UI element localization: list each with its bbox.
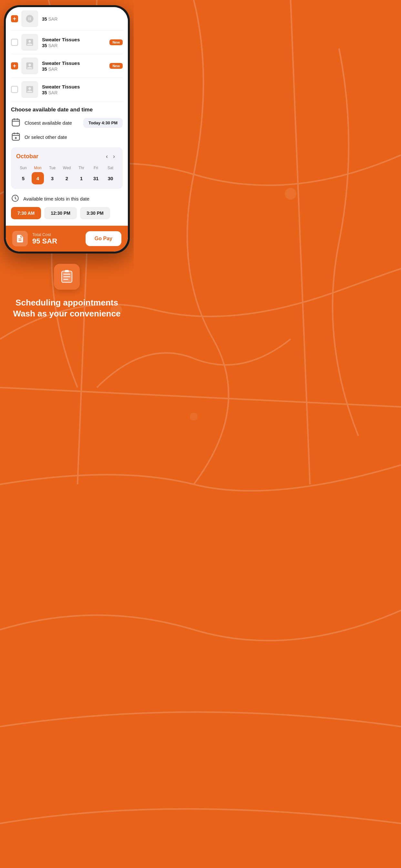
product-image-1 bbox=[21, 34, 38, 51]
product-checkbox-0[interactable]: + bbox=[11, 15, 18, 22]
calendar-day-0[interactable]: Sun 5 bbox=[16, 166, 30, 184]
calendar-day-1[interactable]: Mon 4 bbox=[31, 166, 45, 184]
time-slot-1[interactable]: 12:30 PM bbox=[44, 207, 77, 219]
svg-rect-10 bbox=[12, 133, 20, 140]
time-slots: 7:30 AM12:30 PM3:30 PM bbox=[11, 207, 123, 219]
section-title: Choose available date and time bbox=[11, 106, 123, 113]
badge-new-1: New bbox=[110, 39, 123, 45]
clock-icon bbox=[11, 194, 20, 203]
product-item-3: Sweater Tissues 35 SAR bbox=[11, 78, 123, 101]
datetime-section: Choose available date and time Closest a… bbox=[6, 101, 128, 226]
product-checkbox-3[interactable] bbox=[11, 86, 18, 93]
product-info-3: Sweater Tissues 35 SAR bbox=[42, 84, 123, 95]
calendar-days: Sun 5 Mon 4 Tue 3 Wed 2 Thr 1 Fri 31 Sat… bbox=[16, 166, 118, 184]
product-list: + 35 SAR Sweater Tissues bbox=[6, 7, 128, 101]
calendar-month: Octobar bbox=[16, 153, 103, 160]
product-image-0 bbox=[21, 10, 38, 27]
phone-screen: + 35 SAR Sweater Tissues bbox=[6, 7, 128, 252]
closest-date-row: Closest available date Today 4:30 PM bbox=[11, 118, 123, 128]
other-date-label: Or select other date bbox=[25, 134, 67, 140]
bottom-bar: Total Cost 95 SAR Go Pay bbox=[6, 226, 128, 252]
calendar-icon bbox=[11, 118, 21, 128]
badge-new-2: New bbox=[110, 63, 123, 69]
tagline-line1: Scheduling appointments bbox=[13, 298, 121, 308]
product-price-0: 35 SAR bbox=[42, 17, 123, 22]
timeslot-row-title: Available time slots in this date bbox=[11, 194, 123, 203]
go-pay-button[interactable]: Go Pay bbox=[86, 231, 121, 246]
product-checkbox-2[interactable]: + bbox=[11, 62, 18, 69]
time-slot-2[interactable]: 3:30 PM bbox=[80, 207, 110, 219]
product-image-3 bbox=[21, 81, 38, 98]
app-icon-large bbox=[54, 264, 80, 290]
product-price-3: 35 SAR bbox=[42, 90, 123, 95]
product-name-3: Sweater Tissues bbox=[42, 84, 123, 89]
other-date-row[interactable]: Or select other date bbox=[11, 132, 123, 142]
product-item-1: Sweater Tissues 35 SAR New bbox=[11, 31, 123, 54]
timeslot-label: Available time slots in this date bbox=[23, 196, 89, 202]
calendar-day-2[interactable]: Tue 3 bbox=[45, 166, 59, 184]
closest-date-label: Closest available date bbox=[25, 120, 83, 126]
tagline-line2: Wash as your convenience bbox=[13, 308, 121, 319]
closest-date-value[interactable]: Today 4:30 PM bbox=[83, 118, 123, 128]
receipt-icon bbox=[12, 231, 28, 246]
time-slot-0[interactable]: 7:30 AM bbox=[11, 207, 41, 219]
total-label: Total Cost bbox=[32, 232, 86, 237]
phone-device: + 35 SAR Sweater Tissues bbox=[4, 5, 130, 253]
product-info-0: 35 SAR bbox=[42, 16, 123, 22]
calendar-day-5[interactable]: Fri 31 bbox=[89, 166, 103, 184]
calendar-day-6[interactable]: Sat 30 bbox=[103, 166, 118, 184]
tagline: Scheduling appointments Wash as your con… bbox=[13, 298, 121, 319]
calendar-prev-button[interactable]: ‹ bbox=[103, 152, 111, 161]
product-item-0: + 35 SAR bbox=[11, 7, 123, 31]
total-info: Total Cost 95 SAR bbox=[32, 232, 86, 245]
calendar-next-button[interactable]: › bbox=[111, 152, 118, 161]
product-item-2: + Sweater Tissues 35 SAR New bbox=[11, 54, 123, 78]
svg-rect-6 bbox=[12, 119, 20, 126]
calendar-day-4[interactable]: Thr 1 bbox=[74, 166, 89, 184]
total-amount: 95 SAR bbox=[32, 237, 86, 245]
product-image-2 bbox=[21, 58, 38, 74]
calendar-day-3[interactable]: Wed 2 bbox=[60, 166, 74, 184]
svg-rect-21 bbox=[65, 270, 69, 272]
calendar: Octobar ‹ › Sun 5 Mon 4 Tue 3 Wed 2 Thr … bbox=[11, 147, 123, 189]
below-phone-section: Scheduling appointments Wash as your con… bbox=[0, 253, 134, 335]
calendar-header: Octobar ‹ › bbox=[16, 152, 118, 161]
add-calendar-icon bbox=[11, 132, 21, 142]
product-checkbox-1[interactable] bbox=[11, 39, 18, 46]
